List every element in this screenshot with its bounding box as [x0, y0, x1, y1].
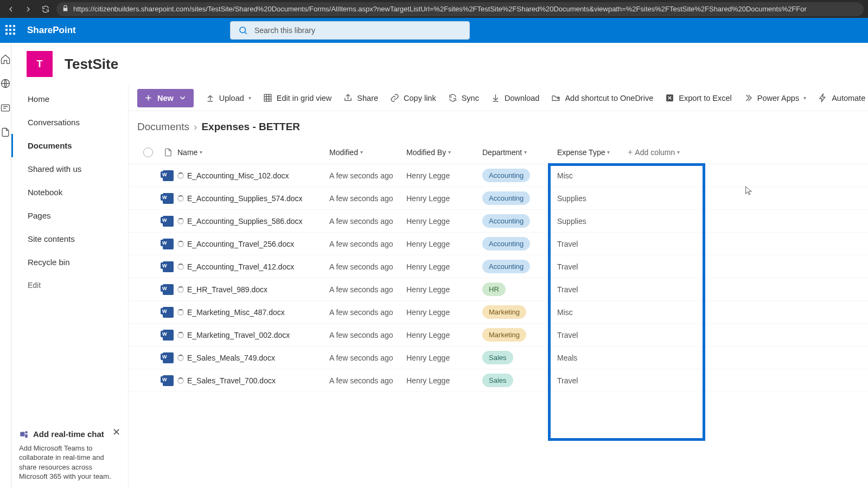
department-pill[interactable]: Sales	[482, 374, 513, 387]
department-pill[interactable]: Accounting	[482, 214, 530, 228]
back-button[interactable]	[4, 3, 17, 16]
column-expense-type[interactable]: Expense Type▾	[557, 148, 611, 157]
nav-edit[interactable]: Edit	[11, 274, 128, 297]
file-name[interactable]: E_Sales_Travel_700.docx	[187, 376, 276, 385]
add-shortcut-button[interactable]: Add shortcut to OneDrive	[551, 93, 653, 102]
home-icon[interactable]	[0, 54, 11, 66]
file-name[interactable]: E_Accounting_Travel_256.docx	[187, 240, 294, 248]
close-icon[interactable]: ✕	[112, 426, 120, 438]
svg-point-4	[25, 431, 28, 434]
nav-item-notebook[interactable]: Notebook	[11, 181, 128, 204]
word-file-icon	[163, 375, 174, 386]
department-pill[interactable]: Accounting	[482, 191, 530, 205]
globe-icon[interactable]	[0, 78, 11, 91]
table-header: Name▾ Modified▾ Modified By▾ Department▾…	[129, 140, 868, 164]
nav-item-home[interactable]: Home	[11, 87, 128, 111]
expense-type-cell: Travel	[557, 376, 611, 385]
copy-link-button[interactable]: Copy link	[390, 93, 436, 102]
breadcrumb-root[interactable]: Documents	[137, 121, 189, 133]
table-row[interactable]: E_Accounting_Supplies_574.docxA few seco…	[129, 187, 868, 210]
modified-by-cell[interactable]: Henry Legge	[406, 285, 476, 294]
column-modified-by[interactable]: Modified By▾	[406, 148, 476, 157]
modified-by-cell[interactable]: Henry Legge	[406, 194, 476, 203]
address-bar[interactable]: https://citizenbuilders.sharepoint.com/s…	[56, 2, 864, 16]
department-pill[interactable]: Accounting	[482, 237, 530, 251]
word-file-icon	[163, 330, 174, 341]
reload-button[interactable]	[39, 3, 52, 16]
loading-icon	[177, 286, 184, 293]
power-apps-button[interactable]: Power Apps▾	[744, 93, 806, 102]
table-row[interactable]: E_Sales_Travel_700.docxA few seconds ago…	[129, 369, 868, 392]
file-name[interactable]: E_Accounting_Supplies_586.docx	[187, 217, 303, 226]
browser-chrome: https://citizenbuilders.sharepoint.com/s…	[0, 0, 868, 18]
table-row[interactable]: E_Marketing_Travel_002.docxA few seconds…	[129, 324, 868, 346]
file-name[interactable]: E_Marketing_Misc_487.docx	[187, 308, 285, 317]
forward-button[interactable]	[22, 3, 35, 16]
chevron-right-icon: ›	[194, 121, 197, 133]
file-name[interactable]: E_Accounting_Travel_412.docx	[187, 262, 294, 271]
loading-icon	[177, 377, 184, 384]
new-button[interactable]: New	[137, 89, 194, 107]
nav-item-conversations[interactable]: Conversations	[11, 111, 128, 134]
modified-by-cell[interactable]: Henry Legge	[406, 171, 476, 180]
column-name[interactable]: Name▾	[177, 148, 329, 157]
file-name[interactable]: E_HR_Travel_989.docx	[187, 285, 267, 294]
nav-item-documents[interactable]: Documents	[11, 134, 128, 157]
search-input[interactable]: Search this library	[230, 21, 470, 40]
nav-item-site-contents[interactable]: Site contents	[11, 227, 128, 251]
share-button[interactable]: Share	[343, 93, 378, 102]
file-name[interactable]: E_Marketing_Travel_002.docx	[187, 331, 290, 339]
table-row[interactable]: E_Sales_Meals_749.docxA few seconds agoH…	[129, 346, 868, 369]
table-row[interactable]: E_Accounting_Travel_256.docxA few second…	[129, 233, 868, 255]
department-pill[interactable]: Marketing	[482, 305, 526, 319]
modified-by-cell[interactable]: Henry Legge	[406, 376, 476, 385]
table-row[interactable]: E_HR_Travel_989.docxA few seconds agoHen…	[129, 278, 868, 301]
department-pill[interactable]: Accounting	[482, 169, 530, 182]
left-nav: HomeConversationsDocumentsShared with us…	[11, 85, 129, 488]
file-name[interactable]: E_Sales_Meals_749.docx	[187, 354, 275, 362]
app-launcher-icon[interactable]	[5, 25, 16, 36]
table-row[interactable]: E_Marketing_Misc_487.docxA few seconds a…	[129, 301, 868, 324]
column-modified[interactable]: Modified▾	[329, 148, 406, 157]
nav-item-recycle-bin[interactable]: Recycle bin	[11, 251, 128, 274]
expense-type-cell: Travel	[557, 331, 611, 339]
table-row[interactable]: E_Accounting_Supplies_586.docxA few seco…	[129, 210, 868, 233]
upload-button[interactable]: Upload▾	[206, 93, 251, 102]
modified-cell: A few seconds ago	[329, 354, 406, 362]
modified-by-cell[interactable]: Henry Legge	[406, 354, 476, 362]
export-excel-button[interactable]: Export to Excel	[665, 93, 732, 102]
automate-button[interactable]: Automate	[818, 93, 865, 102]
department-pill[interactable]: Sales	[482, 351, 513, 364]
department-pill[interactable]: Marketing	[482, 328, 526, 342]
file-name[interactable]: E_Accounting_Supplies_574.docx	[187, 194, 303, 203]
department-pill[interactable]: HR	[482, 282, 506, 296]
files-icon[interactable]	[0, 127, 11, 139]
modified-by-cell[interactable]: Henry Legge	[406, 308, 476, 317]
modified-by-cell[interactable]: Henry Legge	[406, 262, 476, 271]
table-row[interactable]: E_Accounting_Travel_412.docxA few second…	[129, 255, 868, 278]
modified-by-cell[interactable]: Henry Legge	[406, 240, 476, 248]
site-title[interactable]: TestSite	[65, 56, 118, 73]
news-icon[interactable]	[0, 102, 11, 115]
add-column-button[interactable]: +Add column▾	[611, 147, 868, 157]
file-type-column-icon[interactable]	[159, 147, 177, 157]
file-name[interactable]: E_Accounting_Misc_102.docx	[187, 171, 289, 180]
loading-icon	[177, 172, 184, 179]
svg-rect-3	[20, 432, 24, 436]
modified-by-cell[interactable]: Henry Legge	[406, 331, 476, 339]
column-department[interactable]: Department▾	[476, 148, 557, 157]
department-pill[interactable]: Accounting	[482, 260, 530, 273]
app-name[interactable]: SharePoint	[27, 25, 76, 36]
select-all-toggle[interactable]	[143, 147, 153, 157]
word-file-icon	[163, 284, 174, 295]
sync-button[interactable]: Sync	[448, 93, 479, 102]
download-button[interactable]: Download	[491, 93, 540, 102]
modified-by-cell[interactable]: Henry Legge	[406, 217, 476, 226]
nav-item-pages[interactable]: Pages	[11, 204, 128, 227]
command-bar: New Upload▾ Edit in grid view Share Copy…	[129, 85, 868, 111]
site-logo[interactable]: T	[27, 51, 53, 77]
edit-grid-button[interactable]: Edit in grid view	[263, 93, 332, 102]
svg-rect-5	[264, 94, 271, 101]
nav-item-shared-with-us[interactable]: Shared with us	[11, 157, 128, 181]
table-row[interactable]: E_Accounting_Misc_102.docxA few seconds …	[129, 164, 868, 187]
